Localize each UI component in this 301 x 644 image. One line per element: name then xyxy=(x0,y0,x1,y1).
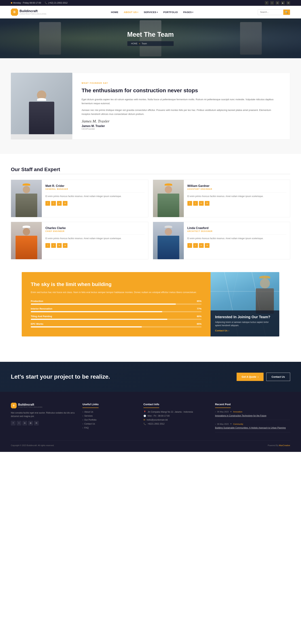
staff-card-4: Linda Crawford ARCHITECT DESIGNER Et eni… xyxy=(153,222,290,260)
skills-text: Enim sed luctus hac nisi fusce est class… xyxy=(31,290,202,294)
post-date-icon-2: › xyxy=(215,423,216,425)
logo-sub: Construction & Building xyxy=(20,13,46,15)
nav-pages[interactable]: PAGES xyxy=(183,11,193,14)
get-quote-button[interactable]: Get A Quote › xyxy=(236,373,264,381)
staff-fb-4[interactable]: f xyxy=(188,243,192,248)
progress-pct-4: 65% xyxy=(197,322,202,325)
footer-posts-title: Recent Post xyxy=(215,403,231,408)
staff-photo-3 xyxy=(11,222,42,259)
progress-item-2: Interior Renovation 77% xyxy=(31,307,202,312)
address-icon: 📍 xyxy=(144,411,146,413)
footer-tw[interactable]: t xyxy=(17,421,21,426)
staff-info-2: William Gardner ASSISTANT ENGINEER Et en… xyxy=(184,180,290,217)
breadcrumb-current: Team xyxy=(142,42,147,45)
social-email[interactable]: ✉ xyxy=(286,1,290,5)
footer-logo-text-wrap: Buildincraft Construction & Building xyxy=(18,403,42,408)
staff-tw-2[interactable]: t xyxy=(193,201,198,206)
footer-logo-icon: B xyxy=(11,403,17,408)
staff-social-2: f t in ✉ xyxy=(188,201,286,206)
footer-link-services[interactable]: Services xyxy=(82,414,136,417)
social-facebook[interactable]: f xyxy=(265,1,268,5)
recent-post-1: › 06 May 2023 ✦ Innovation Innovations i… xyxy=(215,411,290,420)
contact-us-button[interactable]: Contact Us xyxy=(266,373,290,381)
nav-services[interactable]: SERVICES xyxy=(144,11,158,14)
staff-name-3: Charles Clarke xyxy=(46,226,144,230)
staff-em-1[interactable]: ✉ xyxy=(63,201,68,206)
footer-hours: 🕐 Mon - Fri : 08:00-17:00 xyxy=(144,414,208,417)
social-twitter[interactable]: t xyxy=(270,1,274,5)
staff-fb-2[interactable]: f xyxy=(188,201,192,206)
social-youtube[interactable]: ▶ xyxy=(281,1,285,5)
staff-name-1: Matt R. Crider xyxy=(46,184,144,188)
footer-li[interactable]: in xyxy=(22,421,27,426)
join-cta-link[interactable]: Contact Us › xyxy=(215,329,275,332)
progress-label-2: Interior Renovation 77% xyxy=(31,307,202,310)
staff-fb-1[interactable]: f xyxy=(46,201,50,206)
post-title-2[interactable]: Building Sustainable Communities: A Holi… xyxy=(215,426,286,429)
progress-track-4 xyxy=(31,326,202,328)
footer-em[interactable]: ✉ xyxy=(34,421,39,426)
staff-li-2[interactable]: in xyxy=(199,201,204,206)
staff-tw-1[interactable]: t xyxy=(51,201,56,206)
search-button[interactable]: 🔍 xyxy=(283,10,290,15)
staff-em-2[interactable]: ✉ xyxy=(205,201,210,206)
staff-li-3[interactable]: in xyxy=(57,243,62,248)
footer-bottom: Copyright © 2023 Buildincraft. All right… xyxy=(11,440,290,446)
progress-track-2 xyxy=(31,311,202,312)
staff-card-2: William Gardner ASSISTANT ENGINEER Et en… xyxy=(153,180,290,217)
logo[interactable]: B Buildincraft Construction & Building xyxy=(11,8,46,16)
post-title-1[interactable]: Innovations in Construction Technology f… xyxy=(215,414,266,417)
staff-em-3[interactable]: ✉ xyxy=(63,243,68,248)
footer-link-faq[interactable]: FAQ xyxy=(82,426,136,429)
top-bar-social: f t in ▶ ✉ xyxy=(265,1,290,5)
staff-em-4[interactable]: ✉ xyxy=(205,243,210,248)
footer-link-about[interactable]: About Us xyxy=(82,411,136,413)
post-date-icon-1: › xyxy=(215,411,216,413)
post-meta-1: › 06 May 2023 ✦ Innovation xyxy=(215,411,290,413)
staff-tw-3[interactable]: t xyxy=(51,243,56,248)
join-panel: Interested In Joining Our Team? Adipisci… xyxy=(210,272,279,336)
staff-fb-3[interactable]: f xyxy=(46,243,50,248)
get-quote-label: Get A Quote xyxy=(242,375,256,378)
contact-us-label: Contact Us xyxy=(272,375,285,378)
staff-photo-1 xyxy=(11,180,42,217)
footer-contact-title: Contact Info xyxy=(144,403,159,408)
social-linkedin[interactable]: in xyxy=(276,1,279,5)
footer-desc: Nisi conubia facilisi eget erat auctor. … xyxy=(11,411,75,418)
phone-text: (+62) 21-2002-2012 xyxy=(48,2,68,4)
footer-address: 📍 Jln Cempaka Wangi No 22. Jakarta - Ind… xyxy=(144,411,208,413)
search-input[interactable] xyxy=(258,10,283,14)
powered-text: Powered By MaxCreative xyxy=(268,444,290,446)
breadcrumb-arrow: » xyxy=(139,42,140,45)
footer-rss[interactable]: ⊞ xyxy=(28,421,33,426)
staff-role-4: ARCHITECT DESIGNER xyxy=(188,230,286,235)
staff-desc-3: Et enim primis rhoncus facilisi vivamus.… xyxy=(46,237,144,240)
nav-about[interactable]: ABOUT US xyxy=(124,11,138,14)
footer-link-portfolio[interactable]: Our Portfolio xyxy=(82,418,136,421)
banner-buttons: Get A Quote › Contact Us xyxy=(236,373,290,381)
staff-li-1[interactable]: in xyxy=(57,201,62,206)
search-bar: 🔍 xyxy=(258,10,290,15)
staff-tw-4[interactable]: t xyxy=(193,243,198,248)
hero-content: Meet The Team HOME » Team xyxy=(127,31,174,46)
staff-role-2: ASSISTANT ENGINEER xyxy=(188,188,286,192)
staff-li-4[interactable]: in xyxy=(199,243,204,248)
staff-photo-4 xyxy=(153,222,184,259)
staff-card-1: Matt R. Crider GENERAL MANAGER Et enim p… xyxy=(11,180,148,217)
breadcrumb-home[interactable]: HOME xyxy=(131,42,138,45)
footer-link-contact[interactable]: Contact Us xyxy=(82,422,136,425)
footer-links-title: Useful Links xyxy=(82,403,98,408)
progress-label-4: EPC Works 65% xyxy=(31,322,202,325)
progress-fill-1 xyxy=(31,304,176,305)
phone-info: 📞 (+62) 21-2002-2012 xyxy=(45,2,68,4)
progress-item-4: EPC Works 65% xyxy=(31,322,202,328)
breadcrumb: HOME » Team xyxy=(127,41,174,46)
nav-home[interactable]: HOME xyxy=(111,11,118,14)
post-meta-2: › 06 May 2023 ✦ Community xyxy=(215,423,290,425)
footer-contact-list: 📍 Jln Cempaka Wangi No 22. Jakarta - Ind… xyxy=(144,411,208,425)
staff-figure-1 xyxy=(11,180,42,217)
footer-fb[interactable]: f xyxy=(11,421,16,426)
staff-social-3: f t in ✉ xyxy=(46,243,144,248)
nav-portfolio[interactable]: PORTFOLIO xyxy=(163,11,178,14)
logo-name: Buildincraft xyxy=(20,10,46,13)
